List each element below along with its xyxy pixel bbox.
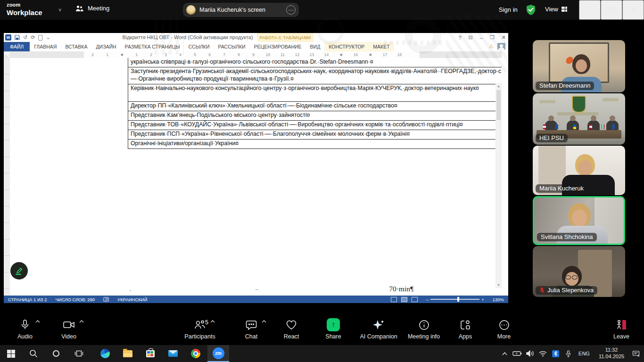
- hidden-icons-chevron-icon[interactable]: [498, 345, 511, 362]
- language-indicator[interactable]: УКРАИНСКИЙ: [117, 297, 147, 302]
- proofing-icon[interactable]: [103, 297, 109, 302]
- video-tile-stefan-dreesmann[interactable]: Stefan Dreesmann: [533, 40, 625, 92]
- shared-screen-pill[interactable]: Mariia Kucheruk's screen ⋯: [183, 3, 299, 17]
- video-tile-mariia-kucheruk[interactable]: Mariia Kucheruk: [533, 146, 625, 195]
- tab-file[interactable]: ФАЙЛ: [4, 42, 30, 51]
- search-button[interactable]: [23, 345, 44, 362]
- print-layout-icon[interactable]: [401, 297, 407, 302]
- ribbon-tab[interactable]: РАЗМЕТКА СТРАНИЦЫ: [121, 42, 184, 51]
- ribbon-tab[interactable]: РАССЫЛКИ: [214, 42, 250, 51]
- video-options-chevron-icon[interactable]: [79, 320, 84, 323]
- file-explorer-button[interactable]: [117, 345, 139, 362]
- chevron-down-icon[interactable]: ˅: [58, 7, 61, 13]
- sign-in-button[interactable]: Sign in: [499, 6, 518, 13]
- audio-button[interactable]: Audio: [4, 319, 46, 340]
- microsoft-store-button[interactable]: [140, 345, 161, 362]
- apps-button[interactable]: Apps: [444, 319, 487, 340]
- mail-button[interactable]: [162, 345, 184, 362]
- more-button[interactable]: More: [483, 319, 525, 340]
- account-icon[interactable]: [497, 43, 505, 50]
- word-minimize-icon[interactable]: –: [480, 35, 483, 41]
- ribbon-contextual-tab[interactable]: МАКЕТ: [369, 42, 394, 51]
- video-button[interactable]: Video: [48, 319, 90, 340]
- security-shield-icon[interactable]: [526, 4, 536, 16]
- scrollbar-thumb[interactable]: [496, 90, 501, 120]
- ribbon-tab[interactable]: ДИЗАЙН: [91, 42, 120, 51]
- video-tile-svitlana-shchokina-active-speaker[interactable]: Svitlana Shchokina: [533, 196, 625, 245]
- tray-microphone-icon[interactable]: [562, 345, 575, 362]
- scroll-down-icon[interactable]: ▼: [495, 282, 502, 288]
- battery-icon[interactable]: [511, 345, 524, 362]
- action-center-icon[interactable]: [629, 345, 642, 362]
- wifi-icon[interactable]: [537, 345, 549, 362]
- cell-ukrainian[interactable]: Директор·ПП·«Калинівський·ключ»·Хмельниц…: [128, 101, 502, 111]
- cell-ukrainian[interactable]: Представник·ТОВ·«КОУДАЙС·Україна»·Львівс…: [128, 120, 502, 130]
- annotate-button[interactable]: [10, 262, 28, 280]
- cell-ukrainian[interactable]: Органічні·ініціативи/організації·України…: [128, 139, 502, 148]
- video-tile-julia-slepenkova[interactable]: Julia Slepenkova: [533, 246, 625, 297]
- window-close-button[interactable]: ✕: [622, 0, 644, 20]
- vertical-ruler[interactable]: [4, 58, 10, 296]
- window-maximize-button[interactable]: ❐: [601, 0, 622, 20]
- cortana-button[interactable]: [45, 345, 67, 362]
- participants-button[interactable]: Participants 5: [179, 319, 221, 340]
- zoom-app-button-active[interactable]: zm: [207, 345, 229, 362]
- read-mode-icon[interactable]: [391, 297, 397, 302]
- task-view-button[interactable]: [68, 345, 90, 362]
- react-button[interactable]: React: [270, 319, 313, 340]
- zoom-slider[interactable]: [430, 299, 479, 300]
- zoom-in-icon[interactable]: +: [481, 297, 484, 302]
- document-scrollbar[interactable]: ▲ ▼: [495, 83, 502, 288]
- ai-companion-button[interactable]: AI Companion: [357, 319, 400, 340]
- undo-icon[interactable]: ↺: [23, 34, 27, 41]
- word-close-icon[interactable]: ✕: [502, 34, 506, 41]
- new-document-icon[interactable]: [38, 35, 42, 41]
- document-footer-line[interactable]: . → 70·min¶: [128, 285, 411, 294]
- window-minimize-button[interactable]: –: [579, 0, 601, 20]
- tab-selector-icon[interactable]: L: [4, 51, 9, 58]
- cell-ukrainian[interactable]: українська·співпраці·в·галузі·органічног…: [128, 58, 502, 67]
- scroll-up-icon[interactable]: ▲: [495, 83, 502, 89]
- participants-options-chevron-icon[interactable]: [210, 320, 215, 323]
- web-layout-icon[interactable]: [412, 297, 418, 302]
- cell-ukrainian[interactable]: Представник·Кам’янець-Подільського·міськ…: [128, 111, 502, 120]
- bluetooth-icon[interactable]: [549, 345, 562, 362]
- activation-warning-icon[interactable]: ⚠: [489, 43, 494, 49]
- video-tile-hei-psu[interactable]: HEI PSU: [533, 93, 625, 145]
- word-count[interactable]: ЧИСЛО СЛОВ: 290: [56, 297, 95, 302]
- tab-meeting[interactable]: Meeting: [75, 5, 109, 12]
- redo-icon[interactable]: ⟳: [31, 34, 35, 41]
- audio-options-chevron-icon[interactable]: [35, 320, 40, 323]
- ribbon-tab[interactable]: ВСТАВКА: [61, 42, 91, 51]
- chat-options-chevron-icon[interactable]: [262, 320, 266, 323]
- ribbon-tab[interactable]: ВИД: [306, 42, 325, 51]
- more-options-icon[interactable]: ⋯: [286, 5, 296, 15]
- share-button[interactable]: ↑ Share: [312, 319, 355, 340]
- ribbon-display-icon[interactable]: ⊡: [469, 34, 473, 41]
- start-button[interactable]: [0, 345, 22, 362]
- word-restore-icon[interactable]: ❐: [490, 34, 495, 41]
- ribbon-contextual-tab[interactable]: КОНСТРУКТОР: [324, 42, 369, 51]
- volume-icon[interactable]: [524, 345, 537, 362]
- leave-button[interactable]: Leave: [600, 319, 643, 340]
- help-icon[interactable]: ?: [458, 35, 461, 41]
- zoom-out-icon[interactable]: –: [426, 297, 429, 302]
- cell-ukrainian[interactable]: Заступник·президента·Грузинської·академі…: [128, 67, 502, 84]
- document-page[interactable]: українська·співпраці·в·галузі·органічног…: [10, 58, 502, 296]
- qat-customize-icon[interactable]: ⌄: [46, 34, 50, 41]
- ribbon-tab[interactable]: РЕЦЕНЗИРОВАНИЕ: [250, 42, 306, 51]
- chrome-button[interactable]: [185, 345, 206, 362]
- zoom-slider-thumb[interactable]: [457, 297, 459, 302]
- page-indicator[interactable]: СТРАНИЦА 1 ИЗ 2: [8, 297, 47, 302]
- meeting-info-button[interactable]: Meeting info: [403, 319, 445, 340]
- edge-button[interactable]: [94, 345, 116, 362]
- keyboard-language[interactable]: ENG: [575, 345, 594, 362]
- ribbon-tab[interactable]: ГЛАВНАЯ: [30, 42, 61, 51]
- cell-ukrainian[interactable]: Представник·ПСП·«Україна»·Рівненської·об…: [128, 130, 502, 139]
- view-button[interactable]: View: [545, 6, 567, 13]
- ribbon-tab[interactable]: ССЫЛКИ: [184, 42, 214, 51]
- cell-ukrainian[interactable]: Керівник·Навчально-наукового·консультаці…: [128, 84, 502, 101]
- save-icon[interactable]: [15, 35, 20, 40]
- zoom-level[interactable]: 130%: [493, 297, 504, 302]
- chat-button[interactable]: Chat: [230, 319, 272, 340]
